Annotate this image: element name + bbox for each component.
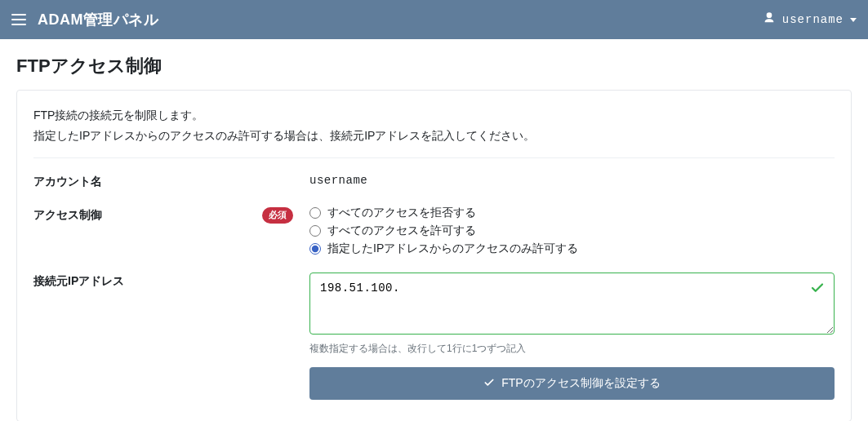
radio-deny-all-input[interactable] <box>309 207 321 219</box>
radio-deny-all[interactable]: すべてのアクセスを拒否する <box>309 206 835 220</box>
user-menu-button[interactable]: username <box>763 11 857 28</box>
submit-button[interactable]: FTPのアクセス制御を設定する <box>309 367 835 400</box>
navbar: ADAM管理パネル username <box>0 0 868 39</box>
page-description: FTP接続の接続元を制限します。 指定したIPアドレスからのアクセスのみ許可する… <box>33 105 835 158</box>
access-control-label: アクセス制御 <box>33 208 102 223</box>
user-icon <box>763 11 776 28</box>
menu-toggle-button[interactable] <box>11 14 26 25</box>
submit-button-label: FTPのアクセス制御を設定する <box>501 376 660 391</box>
radio-allow-all-input[interactable] <box>309 225 321 237</box>
account-row: アカウント名 username <box>33 173 835 189</box>
radio-allow-specified[interactable]: 指定したIPアドレスからのアクセスのみ許可する <box>309 242 835 256</box>
source-ip-hint: 複数指定する場合は、改行して1行に1つずつ記入 <box>309 342 835 356</box>
radio-deny-all-label: すべてのアクセスを拒否する <box>327 206 476 220</box>
radio-allow-all-label: すべてのアクセスを許可する <box>327 224 476 238</box>
app-brand: ADAM管理パネル <box>38 10 159 29</box>
account-value: username <box>309 174 367 187</box>
radio-allow-specified-label: 指定したIPアドレスからのアクセスのみ許可する <box>327 242 578 256</box>
page: FTPアクセス制御 FTP接続の接続元を制限します。 指定したIPアドレスからの… <box>0 39 868 421</box>
source-ip-row: 接続元IPアドレス 複数指定する場合は、改行して1行に1つずつ記入 FTPのアク <box>33 273 835 400</box>
check-icon <box>483 377 495 391</box>
description-line: 指定したIPアドレスからのアクセスのみ許可する場合は、接続元IPアドレスを記入し… <box>33 126 835 146</box>
source-ip-textarea[interactable] <box>309 273 835 335</box>
radio-allow-all[interactable]: すべてのアクセスを許可する <box>309 224 835 238</box>
account-label: アカウント名 <box>33 175 102 189</box>
settings-card: FTP接続の接続元を制限します。 指定したIPアドレスからのアクセスのみ許可する… <box>16 90 852 421</box>
page-title: FTPアクセス制御 <box>16 54 852 78</box>
description-line: FTP接続の接続元を制限します。 <box>33 105 835 126</box>
caret-down-icon <box>850 18 857 22</box>
source-ip-label: 接続元IPアドレス <box>33 274 124 289</box>
required-badge: 必須 <box>262 207 293 224</box>
radio-allow-specified-input[interactable] <box>309 243 321 255</box>
check-icon <box>810 281 825 298</box>
user-menu-label: username <box>782 13 844 26</box>
access-control-radio-group: すべてのアクセスを拒否する すべてのアクセスを許可する 指定したIPアドレスから… <box>309 206 835 256</box>
access-control-row: アクセス制御 必須 すべてのアクセスを拒否する すべてのアクセスを許可する 指 <box>33 206 835 256</box>
